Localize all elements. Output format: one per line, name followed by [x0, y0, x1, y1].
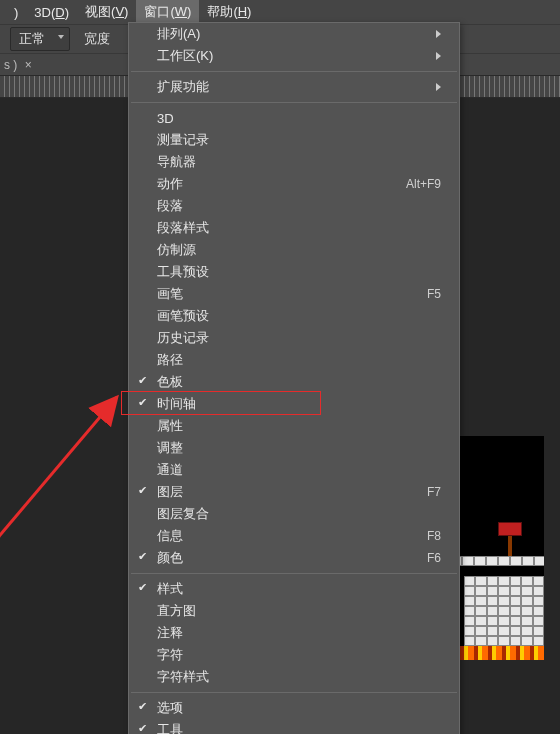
menu-item[interactable]: 调整 — [129, 437, 459, 459]
menu-item[interactable]: 排列(A) — [129, 23, 459, 45]
menu-item-label: 路径 — [157, 351, 441, 369]
menu-item-label: 注释 — [157, 624, 441, 642]
menu-item-label: 通道 — [157, 461, 441, 479]
menu-item[interactable]: 通道 — [129, 459, 459, 481]
menu-item[interactable]: 画笔预设 — [129, 305, 459, 327]
menu-shortcut: F8 — [427, 529, 441, 543]
close-icon[interactable]: × — [25, 58, 32, 72]
menu-item[interactable]: 直方图 — [129, 600, 459, 622]
menu-item[interactable]: 仿制源 — [129, 239, 459, 261]
menu-item-label: 导航器 — [157, 153, 441, 171]
menu-item[interactable]: 导航器 — [129, 151, 459, 173]
menu-item-label: 调整 — [157, 439, 441, 457]
menu-item-label: 图层复合 — [157, 505, 441, 523]
menubar-item[interactable]: 帮助(H) — [199, 0, 259, 24]
menubar-item[interactable]: 窗口(W) — [136, 0, 199, 24]
menubar-item[interactable]: 视图(V) — [77, 0, 136, 24]
menu-item-label: 属性 — [157, 417, 441, 435]
menu-item-label: 工作区(K) — [157, 47, 436, 65]
menu-item-label: 动作 — [157, 175, 406, 193]
menu-item-label: 工具预设 — [157, 263, 441, 281]
menu-item[interactable]: 图层F7 — [129, 481, 459, 503]
menubar-label: 3D — [34, 5, 51, 20]
menu-item-label: 扩展功能 — [157, 78, 436, 96]
menu-separator — [131, 71, 457, 72]
menu-item-label: 仿制源 — [157, 241, 441, 259]
menu-shortcut: Alt+F9 — [406, 177, 441, 191]
menu-item[interactable]: 工具预设 — [129, 261, 459, 283]
menu-item-label: 颜色 — [157, 549, 427, 567]
menu-item-label: 段落 — [157, 197, 441, 215]
menu-item-label: 画笔 — [157, 285, 427, 303]
menu-item[interactable]: 扩展功能 — [129, 76, 459, 98]
menu-item[interactable]: 工作区(K) — [129, 45, 459, 67]
menu-item-label: 时间轴 — [157, 395, 441, 413]
menu-item-label: 字符样式 — [157, 668, 441, 686]
menu-item[interactable]: 样式 — [129, 578, 459, 600]
menu-item[interactable]: 时间轴 — [129, 393, 459, 415]
menu-item[interactable]: 工具 — [129, 719, 459, 734]
menubar: )3D(D)视图(V)窗口(W)帮助(H) — [0, 0, 560, 24]
menu-item-label: 3D — [157, 111, 441, 126]
menu-item-label: 信息 — [157, 527, 427, 545]
menu-item-label: 选项 — [157, 699, 441, 717]
menu-item-label: 色板 — [157, 373, 441, 391]
width-label: 宽度 — [84, 30, 110, 48]
document-tab-label: s ) — [4, 58, 17, 72]
submenu-arrow-icon — [436, 83, 441, 91]
blend-mode-label: 正常 — [19, 31, 45, 46]
menubar-item[interactable]: 3D(D) — [26, 2, 77, 23]
menu-item-label: 历史记录 — [157, 329, 441, 347]
menubar-item[interactable]: ) — [6, 2, 26, 23]
menu-shortcut: F5 — [427, 287, 441, 301]
menu-item[interactable]: 色板 — [129, 371, 459, 393]
menu-item-label: 测量记录 — [157, 131, 441, 149]
menu-item[interactable]: 字符 — [129, 644, 459, 666]
menu-item[interactable]: 3D — [129, 107, 459, 129]
menu-separator — [131, 692, 457, 693]
menu-item[interactable]: 图层复合 — [129, 503, 459, 525]
menu-separator — [131, 573, 457, 574]
menu-shortcut: F7 — [427, 485, 441, 499]
menu-item[interactable]: 注释 — [129, 622, 459, 644]
menu-item[interactable]: 属性 — [129, 415, 459, 437]
menu-item[interactable]: 选项 — [129, 697, 459, 719]
menu-item[interactable]: 动作Alt+F9 — [129, 173, 459, 195]
document-tab[interactable]: s ) × — [4, 58, 32, 72]
menu-item-label: 画笔预设 — [157, 307, 441, 325]
submenu-arrow-icon — [436, 52, 441, 60]
submenu-arrow-icon — [436, 30, 441, 38]
menubar-label: 帮助 — [207, 4, 233, 19]
menubar-label: 视图 — [85, 4, 111, 19]
menu-item[interactable]: 历史记录 — [129, 327, 459, 349]
menu-item-label: 字符 — [157, 646, 441, 664]
menu-item-label: 直方图 — [157, 602, 441, 620]
menu-shortcut: F6 — [427, 551, 441, 565]
menu-item[interactable]: 段落样式 — [129, 217, 459, 239]
menu-item-label: 排列(A) — [157, 25, 436, 43]
menu-item[interactable]: 颜色F6 — [129, 547, 459, 569]
menubar-label: 窗口 — [144, 4, 170, 19]
menu-item-label: 工具 — [157, 721, 441, 734]
menu-item[interactable]: 信息F8 — [129, 525, 459, 547]
menu-item[interactable]: 画笔F5 — [129, 283, 459, 305]
menu-item-label: 段落样式 — [157, 219, 441, 237]
menu-item-label: 图层 — [157, 483, 427, 501]
menu-item[interactable]: 字符样式 — [129, 666, 459, 688]
menu-item[interactable]: 段落 — [129, 195, 459, 217]
hammer-icon — [498, 522, 522, 536]
menu-item[interactable]: 路径 — [129, 349, 459, 371]
menubar-label: ) — [14, 5, 18, 20]
menu-item-label: 样式 — [157, 580, 441, 598]
window-menu: 排列(A)工作区(K)扩展功能3D测量记录导航器动作Alt+F9段落段落样式仿制… — [128, 22, 460, 734]
blend-mode-combo[interactable]: 正常 — [10, 27, 70, 51]
menu-item[interactable]: 测量记录 — [129, 129, 459, 151]
menu-separator — [131, 102, 457, 103]
